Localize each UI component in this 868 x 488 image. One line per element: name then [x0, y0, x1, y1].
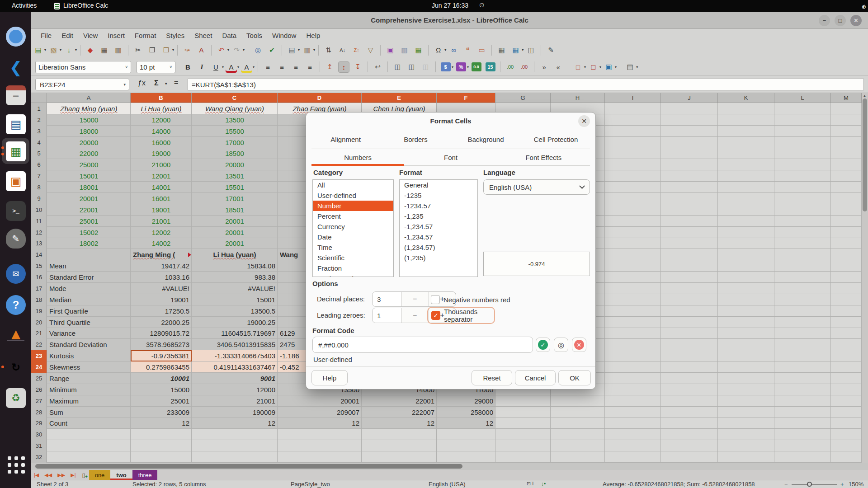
row-header-14[interactable]: 14: [31, 249, 47, 261]
cell-J8[interactable]: [661, 182, 718, 193]
negative-numbers-red-option[interactable]: Negative numbers red: [431, 295, 510, 304]
tab-alignment[interactable]: Alignment: [311, 132, 381, 146]
cell-K31[interactable]: [718, 440, 774, 451]
cell-J21[interactable]: [661, 328, 718, 339]
paste-icon[interactable]: ❒: [160, 44, 172, 56]
maximize-button[interactable]: □: [835, 15, 846, 26]
row-header-8[interactable]: 8: [31, 182, 47, 193]
cell-E32[interactable]: [362, 451, 437, 463]
row-header-17[interactable]: 17: [31, 283, 47, 295]
name-box[interactable]: B23:F24 ▾: [35, 79, 129, 90]
document-modified-icon[interactable]: ↓•: [541, 481, 546, 487]
row-header-26[interactable]: 26: [31, 384, 47, 396]
print-preview-icon[interactable]: ▥: [113, 44, 124, 56]
cell-L31[interactable]: [774, 440, 831, 451]
new-document-icon[interactable]: ▤: [33, 44, 44, 56]
cell-M22[interactable]: [831, 339, 862, 350]
cell-J4[interactable]: [661, 137, 718, 148]
column-header-C[interactable]: C: [192, 93, 278, 103]
autofilter-icon[interactable]: ▽: [365, 44, 376, 56]
pivot-table-icon[interactable]: ▦: [413, 44, 424, 56]
tab-font[interactable]: Font: [404, 149, 497, 165]
cell-M15[interactable]: [831, 260, 862, 272]
thousands-separator-option[interactable]: ✓ Thousands separator: [427, 307, 495, 324]
cell-M18[interactable]: [831, 294, 862, 305]
menu-insert[interactable]: Insert: [103, 30, 130, 41]
cell-M25[interactable]: [831, 373, 862, 384]
cell-I1[interactable]: [605, 103, 661, 114]
wrap-text-icon[interactable]: ↩: [372, 61, 383, 73]
last-sheet-icon[interactable]: ▶|: [68, 470, 78, 480]
cell-L16[interactable]: [774, 272, 831, 283]
cell-J2[interactable]: [661, 114, 718, 126]
cell-M29[interactable]: [831, 418, 862, 429]
cell-J11[interactable]: [661, 216, 718, 227]
writer-icon[interactable]: ▤: [5, 114, 26, 135]
cell-I6[interactable]: [605, 159, 661, 170]
cell-K10[interactable]: [718, 204, 774, 216]
format-item-2[interactable]: -1234.57: [400, 201, 477, 211]
cut-icon[interactable]: ✂: [132, 44, 144, 56]
cell-J13[interactable]: [661, 238, 718, 249]
cell-H28[interactable]: [551, 407, 605, 418]
minimize-button[interactable]: −: [819, 15, 830, 26]
cell-M28[interactable]: [831, 407, 862, 418]
row-header-10[interactable]: 10: [31, 204, 47, 216]
menu-format[interactable]: Format: [130, 30, 161, 41]
confirm-icon[interactable]: ✓: [536, 338, 550, 352]
cell-I2[interactable]: [605, 114, 661, 126]
cell-K25[interactable]: [718, 373, 774, 384]
format-item-6[interactable]: (1,234.57): [400, 242, 477, 253]
row-header-21[interactable]: 21: [31, 328, 47, 340]
format-item-3[interactable]: -1,235: [400, 211, 477, 221]
cell-M26[interactable]: [831, 384, 862, 395]
format-item-5[interactable]: -1,234.57: [400, 232, 477, 242]
cell-K30[interactable]: [718, 429, 774, 440]
cell-L9[interactable]: [774, 193, 831, 204]
headers-footers-icon[interactable]: ▭: [476, 44, 487, 56]
cell-J23[interactable]: [661, 350, 718, 361]
vertical-scrollbar[interactable]: ▲: [862, 93, 868, 464]
row-header-31[interactable]: 31: [31, 440, 47, 452]
cell-M9[interactable]: [831, 193, 862, 204]
cell-A30[interactable]: [47, 429, 131, 440]
cell-J29[interactable]: [661, 418, 718, 429]
decimal-places-value[interactable]: 3: [373, 292, 401, 306]
category-item-number[interactable]: Number: [313, 201, 393, 211]
cell-M19[interactable]: [831, 305, 862, 317]
row-header-5[interactable]: 5: [31, 148, 47, 160]
align-left-icon[interactable]: ≡: [262, 61, 274, 73]
font-color-icon[interactable]: A: [226, 61, 237, 73]
cell-M8[interactable]: [831, 182, 862, 193]
cell-L10[interactable]: [774, 204, 831, 216]
battery-icon[interactable]: ⊙: [862, 4, 866, 10]
cell-I16[interactable]: [605, 272, 661, 283]
menu-styles[interactable]: Styles: [161, 30, 189, 41]
cell-K2[interactable]: [718, 114, 774, 126]
cell-E31[interactable]: [362, 440, 437, 451]
cell-H29[interactable]: [551, 418, 605, 429]
zoom-level[interactable]: 150%: [849, 481, 863, 488]
borders-icon[interactable]: □: [572, 61, 584, 73]
cell-K32[interactable]: [718, 451, 774, 463]
cell-K28[interactable]: [718, 407, 774, 418]
font-name-combo[interactable]: Liberation Sans∨: [35, 61, 131, 73]
cell-M16[interactable]: [831, 272, 862, 283]
cell-I17[interactable]: [605, 283, 661, 294]
cell-L19[interactable]: [774, 305, 831, 317]
cell-C32[interactable]: [192, 451, 278, 463]
cell-L28[interactable]: [774, 407, 831, 418]
cell-M31[interactable]: [831, 440, 862, 451]
cell-B31[interactable]: [131, 440, 192, 451]
cell-L5[interactable]: [774, 148, 831, 160]
cell-K19[interactable]: [718, 305, 774, 317]
cell-I11[interactable]: [605, 216, 661, 227]
copy-icon[interactable]: ❐: [146, 44, 158, 56]
app-grid-button[interactable]: [8, 456, 25, 474]
align-center-icon[interactable]: ≡: [276, 61, 288, 73]
cell-K27[interactable]: [718, 395, 774, 407]
previous-sheet-icon[interactable]: ◀◀: [42, 470, 55, 480]
help-button[interactable]: Help: [311, 370, 348, 385]
format-item-4[interactable]: -1,234.57: [400, 221, 477, 232]
cell-K21[interactable]: [718, 328, 774, 339]
